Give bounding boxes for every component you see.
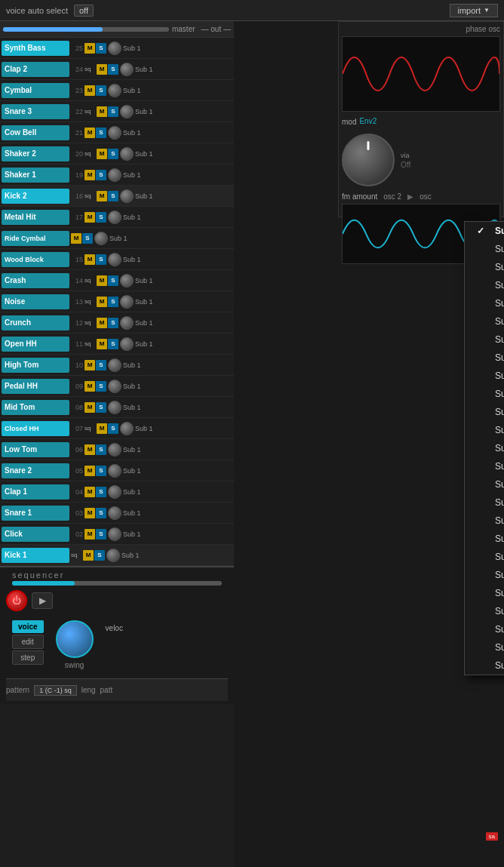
dropdown-item-19[interactable]: Sub Group 19 (Main)	[465, 548, 504, 566]
s-button[interactable]: S	[108, 64, 118, 75]
m-button[interactable]: M	[97, 149, 107, 159]
import-button[interactable]: import	[450, 4, 498, 17]
subgroup-dropdown[interactable]: ✓ Sub Group 1 (Main) ▷ Sub Group 2 ( 3- …	[464, 221, 504, 675]
main-knob[interactable]	[342, 134, 395, 186]
s-button[interactable]: S	[96, 508, 106, 518]
s-button[interactable]: S	[82, 233, 93, 244]
m-button[interactable]: M	[85, 508, 95, 518]
m-button[interactable]: M	[97, 423, 107, 434]
dropdown-item-15[interactable]: Sub Group 15 (23)	[465, 475, 504, 493]
track-row[interactable]: Snare 2 05 MS Sub 1	[0, 460, 234, 481]
voice-auto-select-toggle[interactable]: off	[74, 5, 94, 17]
dropdown-item-25[interactable]: Sub Group 25 (Main)	[465, 656, 504, 675]
track-row[interactable]: Snare 3 22 sq MS Sub 1	[0, 101, 234, 122]
dropdown-item-5[interactable]: Sub Group 5 ( 9-10)	[465, 294, 504, 312]
m-button[interactable]: M	[85, 381, 95, 392]
s-button[interactable]: S	[96, 466, 106, 476]
dropdown-item-16[interactable]: Sub Group 16 (24)	[465, 493, 504, 512]
track-row[interactable]: Synth Bass 25 MS Sub 1	[0, 38, 234, 59]
track-row[interactable]: Snare 1 03 MS Sub 1	[0, 503, 234, 524]
track-row[interactable]: Open HH 11 sq MS Sub 1	[0, 334, 234, 355]
track-knob[interactable]	[108, 42, 121, 55]
track-knob[interactable]	[120, 295, 134, 309]
dropdown-item-13[interactable]: Sub Group 13 (21)	[465, 439, 504, 457]
track-row[interactable]: Crunch 12 sq MS Sub 1	[0, 312, 234, 334]
track-row[interactable]: Mid Tom 08 MS Sub 1	[0, 397, 234, 418]
m-button[interactable]: M	[97, 318, 107, 328]
track-row[interactable]: Crash 14 sq MS Sub 1	[0, 270, 234, 291]
track-knob[interactable]	[120, 274, 134, 287]
track-knob[interactable]	[108, 84, 121, 97]
track-knob[interactable]	[120, 63, 134, 76]
m-button[interactable]: M	[97, 106, 107, 117]
dropdown-item-9[interactable]: Sub Group 9 (17)	[465, 367, 504, 385]
s-button[interactable]: S	[96, 487, 106, 497]
dropdown-item-14[interactable]: Sub Group 14 (22)	[465, 457, 504, 475]
track-row[interactable]: Shaker 1 19 MS Sub 1	[0, 164, 234, 186]
track-row[interactable]: Click 02 MS Sub 1	[0, 524, 234, 545]
track-knob[interactable]	[120, 337, 134, 351]
s-button[interactable]: S	[108, 318, 118, 328]
s-button[interactable]: S	[96, 381, 106, 392]
track-knob[interactable]	[108, 126, 121, 140]
track-row[interactable]: Kick 2 16 sq MS Sub 1	[0, 186, 234, 207]
track-knob[interactable]	[108, 401, 121, 414]
track-knob[interactable]	[108, 253, 121, 266]
s-button[interactable]: S	[108, 106, 118, 117]
m-button[interactable]: M	[85, 212, 95, 223]
m-button[interactable]: M	[85, 43, 95, 54]
m-button[interactable]: M	[83, 550, 94, 561]
dropdown-item-3[interactable]: Sub Group 3 ( 5- 6)	[465, 258, 504, 276]
track-knob[interactable]	[120, 105, 134, 118]
dropdown-item-17[interactable]: Sub Group 17 (Main)	[465, 512, 504, 530]
track-knob[interactable]	[108, 464, 121, 478]
step-mode-button[interactable]: step	[12, 650, 44, 665]
track-row[interactable]: Noise 13 sq MS Sub 1	[0, 291, 234, 312]
track-row[interactable]: Kick 1 sq MS Sub 1	[0, 545, 234, 566]
dropdown-item-8[interactable]: Sub Group 8 (15-16)	[465, 349, 504, 367]
dropdown-item-10[interactable]: Sub Group 10 (18)	[465, 385, 504, 403]
track-row[interactable]: Cow Bell 21 MS Sub 1	[0, 122, 234, 143]
m-button[interactable]: M	[97, 275, 107, 286]
track-knob[interactable]	[120, 316, 134, 330]
s-button[interactable]: S	[96, 529, 106, 540]
track-knob[interactable]	[108, 380, 121, 393]
m-button[interactable]: M	[85, 466, 95, 476]
m-button[interactable]: M	[85, 254, 95, 265]
dropdown-item-22[interactable]: Sub Group 22 (Main)	[465, 602, 504, 620]
dropdown-item-1[interactable]: ✓ Sub Group 1 (Main) ▷	[465, 222, 504, 240]
s-button[interactable]: S	[96, 85, 106, 96]
m-button[interactable]: M	[85, 128, 95, 138]
master-slider[interactable]	[3, 27, 169, 32]
dropdown-item-21[interactable]: Sub Group 21 (Main)	[465, 584, 504, 602]
s-button[interactable]: S	[96, 212, 106, 223]
dropdown-item-7[interactable]: Sub Group 7 (13-14)	[465, 331, 504, 349]
s-button[interactable]: S	[108, 275, 118, 286]
track-knob[interactable]	[108, 211, 121, 224]
track-row[interactable]: Cymbal 23 MS Sub 1	[0, 80, 234, 101]
track-knob[interactable]	[108, 443, 121, 457]
track-knob[interactable]	[108, 527, 121, 541]
play-button[interactable]: ▶	[32, 592, 53, 609]
track-row[interactable]: Metal Hit 17 MS Sub 1	[0, 207, 234, 228]
track-row[interactable]: Wood Block 15 MS Sub 1	[0, 249, 234, 270]
track-row[interactable]: Low Tom 06 MS Sub 1	[0, 439, 234, 460]
s-button[interactable]: S	[96, 402, 106, 413]
s-button[interactable]: S	[96, 444, 106, 455]
track-row[interactable]: Pedal HH 09 MS Sub 1	[0, 376, 234, 397]
s-button[interactable]: S	[108, 149, 118, 159]
track-row[interactable]: Closed HH 07 sq MS Sub 1	[0, 418, 234, 439]
s-button[interactable]: S	[108, 339, 118, 349]
m-button[interactable]: M	[85, 444, 95, 455]
s-button[interactable]: S	[96, 254, 106, 265]
s-button[interactable]: S	[96, 128, 106, 138]
track-row[interactable]: Ride Cymbal MS Sub 1	[0, 228, 234, 249]
m-button[interactable]: M	[85, 487, 95, 497]
m-button[interactable]: M	[85, 85, 95, 96]
track-knob[interactable]	[120, 422, 134, 435]
s-button[interactable]: S	[96, 360, 106, 370]
dropdown-item-20[interactable]: Sub Group 20 (Main)	[465, 566, 504, 584]
dropdown-item-12[interactable]: Sub Group 12 (20)	[465, 421, 504, 439]
s-button[interactable]: S	[96, 43, 106, 54]
m-button[interactable]: M	[97, 191, 107, 201]
